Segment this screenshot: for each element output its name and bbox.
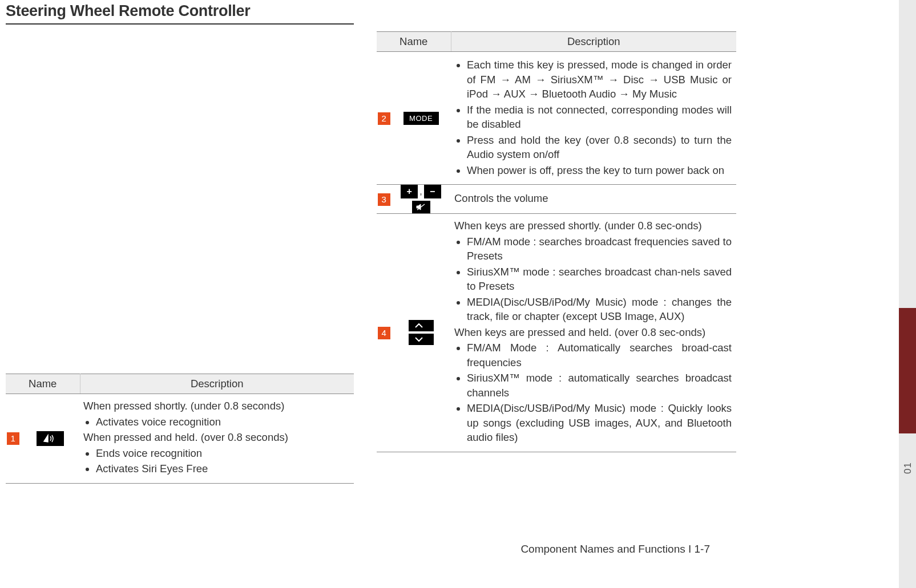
col-header-name: Name [6, 374, 80, 394]
page-content: Steering Wheel Remote Controller Name De… [6, 0, 736, 570]
row-number-badge-1: 1 [7, 432, 19, 445]
row1-description: When pressed shortly. (under 0.8 seconds… [80, 394, 354, 484]
row4-bullet: FM/AM Mode : Automatically searches broa… [467, 340, 732, 370]
row-number-badge-4: 4 [378, 327, 390, 339]
right-column: Name Description 2 MODE [377, 31, 736, 484]
left-column: Name Description 1 [6, 31, 354, 484]
mode-icon: MODE [403, 112, 439, 125]
mute-icon [412, 201, 430, 213]
row2-bullet: When power is off, press the key to turn… [467, 163, 732, 178]
row4-bullet: MEDIA(Disc/USB/iPod/My Music) mode : Qui… [467, 401, 732, 445]
separator-comma: , [419, 186, 422, 197]
controls-table-left: Name Description 1 [6, 374, 354, 484]
col-header-description: Description [80, 374, 354, 394]
row-number-badge-3: 3 [378, 193, 390, 206]
row1-bullet: Activates Siri Eyes Free [96, 461, 349, 476]
table-row: 1 When pressed shortly. (under 0.8 secon… [6, 394, 354, 484]
side-tab-active [899, 308, 916, 433]
row4-bullet: FM/AM mode : searches broadcast frequenc… [467, 234, 732, 263]
row1-bullet: Ends voice recognition [96, 446, 349, 461]
row4-bullet: MEDIA(Disc/USB/iPod/My Music) mode : cha… [467, 295, 732, 324]
page-footer: Component Names and Functions I 1-7 [520, 543, 710, 555]
minus-icon: − [424, 185, 441, 198]
steering-wheel-graphic-placeholder [6, 31, 354, 374]
row1-intro-long: When pressed and held. (over 0.8 seconds… [83, 430, 349, 445]
row1-bullet: Activates voice recognition [96, 415, 349, 429]
side-tab-inactive-bottom [899, 433, 916, 588]
row2-bullet: If the media is not connected, correspon… [467, 103, 732, 132]
chevron-up-icon [409, 320, 434, 331]
row2-bullet: Press and hold the key (over 0.8 seconds… [467, 133, 732, 162]
row3-description: Controls the volume [451, 185, 736, 214]
chevron-down-icon [409, 334, 434, 345]
controls-table-right: Name Description 2 MODE [377, 31, 736, 452]
side-tab-inactive-top [899, 0, 916, 308]
row4-intro-short: When keys are pressed shortly. (under 0.… [454, 218, 732, 233]
side-tab-label: 01 [902, 462, 914, 474]
row4-bullet: SiriusXM™ mode : automatically searches … [467, 371, 732, 400]
table-row: 4 [377, 214, 736, 452]
plus-icon: + [401, 185, 418, 198]
row4-intro-long: When keys are pressed and held. (over 0.… [454, 325, 732, 340]
table-row: 3 + , − [377, 185, 736, 214]
row1-intro-short: When pressed shortly. (under 0.8 seconds… [83, 399, 349, 413]
row4-bullet: SiriusXM™ mode : searches broadcast chan… [467, 265, 732, 294]
row2-bullet: Each time this key is pressed, mode is c… [467, 58, 732, 102]
page-title: Steering Wheel Remote Controller [6, 2, 354, 25]
row2-description: Each time this key is pressed, mode is c… [451, 52, 736, 185]
table-row: 2 MODE Each time this key is pressed, mo… [377, 52, 736, 185]
row-number-badge-2: 2 [378, 112, 390, 125]
col-header-description: Description [451, 32, 736, 52]
row4-description: When keys are pressed shortly. (under 0.… [451, 214, 736, 452]
col-header-name: Name [377, 32, 451, 52]
voice-icon [37, 431, 64, 446]
